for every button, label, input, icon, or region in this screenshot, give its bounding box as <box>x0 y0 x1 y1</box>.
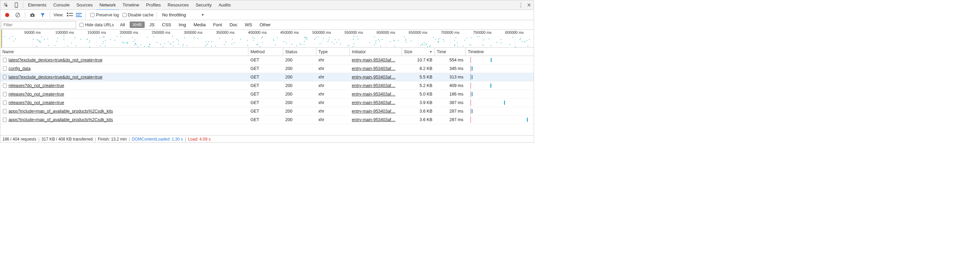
svg-rect-18 <box>3 109 6 113</box>
tab-profiles[interactable]: Profiles <box>143 0 164 10</box>
timeline-tick: 650000 ms <box>409 30 427 35</box>
table-row[interactable]: releases?do_not_create=trueGET200xhrentr… <box>0 98 534 107</box>
cell-type: xhr <box>316 107 350 115</box>
col-timeline[interactable]: Timeline <box>466 48 534 56</box>
table-row[interactable]: apps?include=map_of_available_products%2… <box>0 107 534 116</box>
filter-pill-ws[interactable]: WS <box>242 22 255 28</box>
network-toolbar: View: Preserve log Disable cache No thro… <box>0 10 534 20</box>
svg-rect-7 <box>67 15 68 16</box>
cell-timeline <box>466 73 534 81</box>
preserve-log-checkbox[interactable]: Preserve log <box>91 13 119 17</box>
cell-type: xhr <box>316 65 350 73</box>
col-status[interactable]: Status <box>283 48 316 56</box>
timeline-sparks <box>0 36 534 48</box>
cell-name: apps?include=map_of_available_products%2… <box>0 107 248 115</box>
svg-rect-5 <box>67 13 68 14</box>
disable-cache-checkbox[interactable]: Disable cache <box>123 13 154 17</box>
cell-size: 3.6 KB <box>402 107 435 115</box>
table-row[interactable]: latest?exclude_devices=true&do_not_creat… <box>0 73 534 81</box>
cell-time: 287 ms <box>435 116 466 124</box>
table-row[interactable]: releases?do_not_create=trueGET200xhrentr… <box>0 81 534 90</box>
devtools-tabbar: ElementsConsoleSourcesNetworkTimelinePro… <box>0 0 534 10</box>
table-row[interactable]: latest?exclude_devices=true&do_not_creat… <box>0 56 534 65</box>
svg-rect-6 <box>69 13 73 14</box>
cell-timeline <box>466 98 534 107</box>
cell-method: GET <box>248 107 283 115</box>
svg-rect-9 <box>76 13 82 14</box>
cell-status: 200 <box>283 107 316 115</box>
table-row[interactable]: releases?do_not_create=trueGET200xhrentr… <box>0 90 534 98</box>
tab-console[interactable]: Console <box>50 0 73 10</box>
filter-pill-media[interactable]: Media <box>191 22 208 28</box>
cell-size: 5.5 KB <box>402 73 435 81</box>
table-header: Name Method Status Type Initiator Size▼ … <box>0 48 534 56</box>
filter-pill-doc[interactable]: Doc <box>227 22 240 28</box>
timeline-tick: 500000 ms <box>312 30 331 35</box>
col-initiator[interactable]: Initiator <box>350 48 402 56</box>
cell-method: GET <box>248 56 283 64</box>
filter-pill-xhr[interactable]: XHR <box>130 22 144 28</box>
timeline-tick: 250000 ms <box>152 30 170 35</box>
chevron-down-icon: ▼ <box>201 13 204 17</box>
tab-network[interactable]: Network <box>96 0 119 10</box>
close-devtools-icon[interactable]: ✕ <box>525 0 533 10</box>
device-toggle-icon[interactable] <box>11 0 22 10</box>
filter-pill-js[interactable]: JS <box>147 22 157 28</box>
filter-pill-all[interactable]: All <box>118 22 127 28</box>
tabbar-overflow-icon[interactable]: ⋮ <box>517 0 525 10</box>
table-row[interactable]: apps?include=map_of_available_products%2… <box>0 116 534 124</box>
cell-status: 200 <box>283 116 316 124</box>
view-large-icon[interactable] <box>66 12 74 18</box>
tab-sources[interactable]: Sources <box>73 0 96 10</box>
cell-name: releases?do_not_create=true <box>0 90 248 98</box>
cell-method: GET <box>248 65 283 73</box>
record-button[interactable] <box>2 10 12 20</box>
table-row[interactable]: config_dataGET200xhrentry-main-953403af…… <box>0 65 534 73</box>
view-small-icon[interactable] <box>75 12 83 18</box>
tab-resources[interactable]: Resources <box>164 0 192 10</box>
svg-rect-14 <box>3 75 6 79</box>
cell-initiator: entry-main-953403af… <box>350 73 402 81</box>
tab-security[interactable]: Security <box>192 0 215 10</box>
cell-name: latest?exclude_devices=true&do_not_creat… <box>0 56 248 64</box>
sort-desc-icon: ▼ <box>429 50 432 54</box>
tab-elements[interactable]: Elements <box>25 0 50 10</box>
svg-rect-1 <box>16 6 17 7</box>
col-type[interactable]: Type <box>316 48 350 56</box>
cell-size: 5.2 KB <box>402 81 435 90</box>
toolbar-divider <box>25 12 25 18</box>
cell-time: 313 ms <box>435 73 466 81</box>
timeline-overview[interactable]: 50000 ms100000 ms150000 ms200000 ms25000… <box>0 30 534 48</box>
cell-name: latest?exclude_devices=true&do_not_creat… <box>0 73 248 81</box>
timeline-tick: 600000 ms <box>377 30 395 35</box>
cell-initiator: entry-main-953403af… <box>350 65 402 73</box>
col-method[interactable]: Method <box>248 48 283 56</box>
inspect-element-icon[interactable] <box>1 0 11 10</box>
col-time[interactable]: Time <box>435 48 466 56</box>
filter-pill-other[interactable]: Other <box>257 22 274 28</box>
tab-timeline[interactable]: Timeline <box>119 0 143 10</box>
capture-screenshot-icon[interactable] <box>28 10 37 20</box>
cell-method: GET <box>248 90 283 98</box>
clear-button-icon[interactable] <box>13 10 22 20</box>
tab-audits[interactable]: Audits <box>215 0 234 10</box>
col-name[interactable]: Name <box>0 48 248 56</box>
cell-status: 200 <box>283 98 316 107</box>
cell-type: xhr <box>316 73 350 81</box>
toolbar-divider <box>156 12 157 18</box>
cell-name: releases?do_not_create=true <box>0 81 248 90</box>
col-size[interactable]: Size▼ <box>402 48 435 56</box>
cell-type: xhr <box>316 116 350 124</box>
filter-pill-css[interactable]: CSS <box>159 22 174 28</box>
throttling-select[interactable]: No throttling ▼ <box>162 12 204 17</box>
cell-time: 409 ms <box>435 81 466 90</box>
filter-pill-font[interactable]: Font <box>210 22 225 28</box>
timeline-tick: 400000 ms <box>248 30 267 35</box>
hide-data-urls-checkbox[interactable]: Hide data URLs <box>80 22 114 27</box>
filter-pill-img[interactable]: Img <box>176 22 189 28</box>
svg-rect-17 <box>3 101 6 105</box>
cell-status: 200 <box>283 56 316 64</box>
cell-size: 3.6 KB <box>402 116 435 124</box>
filter-toggle-icon[interactable] <box>38 10 47 20</box>
filter-input[interactable] <box>1 21 76 29</box>
